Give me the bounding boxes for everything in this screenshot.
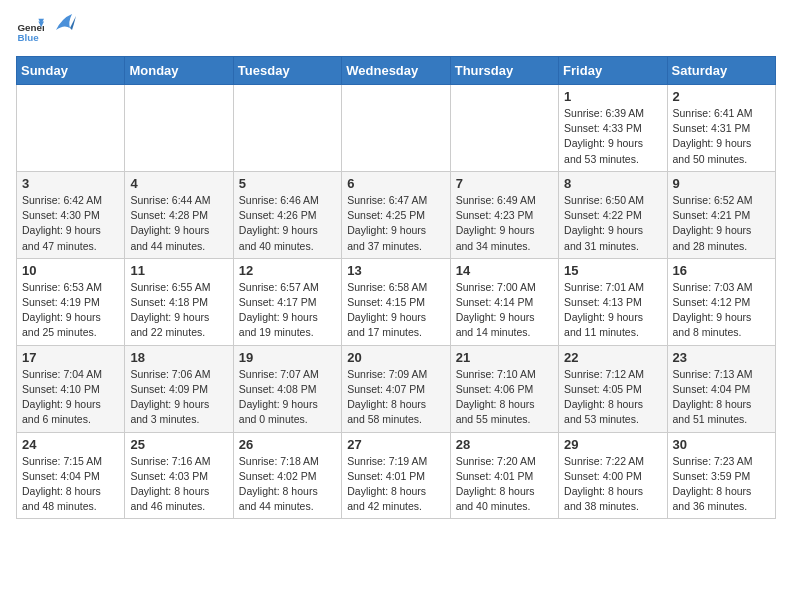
calendar-cell: 7Sunrise: 6:49 AMSunset: 4:23 PMDaylight… [450, 171, 558, 258]
day-info-line: Daylight: 8 hours [673, 398, 752, 410]
day-info-line: and 38 minutes. [564, 500, 639, 512]
day-info-line: Sunset: 4:05 PM [564, 383, 642, 395]
day-info: Sunrise: 6:49 AMSunset: 4:23 PMDaylight:… [456, 193, 553, 254]
day-info-line: Daylight: 8 hours [347, 398, 426, 410]
calendar-cell: 30Sunrise: 7:23 AMSunset: 3:59 PMDayligh… [667, 432, 775, 519]
day-info-line: Daylight: 9 hours [673, 311, 752, 323]
day-info: Sunrise: 7:04 AMSunset: 4:10 PMDaylight:… [22, 367, 119, 428]
day-info: Sunrise: 6:41 AMSunset: 4:31 PMDaylight:… [673, 106, 770, 167]
day-info-line: Sunrise: 7:15 AM [22, 455, 102, 467]
day-info-line: Daylight: 9 hours [239, 224, 318, 236]
day-number: 15 [564, 263, 661, 278]
day-info-line: Daylight: 8 hours [456, 485, 535, 497]
day-number: 10 [22, 263, 119, 278]
day-number: 22 [564, 350, 661, 365]
day-info-line: Daylight: 9 hours [22, 398, 101, 410]
day-info-line: Sunset: 4:22 PM [564, 209, 642, 221]
calendar-week-row: 17Sunrise: 7:04 AMSunset: 4:10 PMDayligh… [17, 345, 776, 432]
day-info-line: Sunrise: 7:12 AM [564, 368, 644, 380]
day-info: Sunrise: 6:50 AMSunset: 4:22 PMDaylight:… [564, 193, 661, 254]
day-info: Sunrise: 7:12 AMSunset: 4:05 PMDaylight:… [564, 367, 661, 428]
day-info-line: Sunset: 4:07 PM [347, 383, 425, 395]
day-number: 24 [22, 437, 119, 452]
day-number: 14 [456, 263, 553, 278]
day-info-line: Daylight: 9 hours [456, 224, 535, 236]
day-info-line: and 6 minutes. [22, 413, 91, 425]
day-info: Sunrise: 7:03 AMSunset: 4:12 PMDaylight:… [673, 280, 770, 341]
day-info-line: and 58 minutes. [347, 413, 422, 425]
day-info: Sunrise: 7:22 AMSunset: 4:00 PMDaylight:… [564, 454, 661, 515]
day-info-line: Sunset: 4:17 PM [239, 296, 317, 308]
weekday-header-wednesday: Wednesday [342, 57, 450, 85]
calendar-cell: 21Sunrise: 7:10 AMSunset: 4:06 PMDayligh… [450, 345, 558, 432]
weekday-header-friday: Friday [559, 57, 667, 85]
calendar-cell: 16Sunrise: 7:03 AMSunset: 4:12 PMDayligh… [667, 258, 775, 345]
day-info-line: Sunset: 4:09 PM [130, 383, 208, 395]
day-info-line: Sunrise: 6:58 AM [347, 281, 427, 293]
day-info-line: Sunrise: 7:01 AM [564, 281, 644, 293]
day-info-line: Sunset: 4:08 PM [239, 383, 317, 395]
day-info: Sunrise: 6:46 AMSunset: 4:26 PMDaylight:… [239, 193, 336, 254]
day-info-line: and 37 minutes. [347, 240, 422, 252]
day-info-line: Sunrise: 7:18 AM [239, 455, 319, 467]
day-info-line: and 22 minutes. [130, 326, 205, 338]
day-info-line: Sunrise: 6:57 AM [239, 281, 319, 293]
weekday-header-sunday: Sunday [17, 57, 125, 85]
day-info-line: and 8 minutes. [673, 326, 742, 338]
day-info: Sunrise: 6:42 AMSunset: 4:30 PMDaylight:… [22, 193, 119, 254]
day-info-line: Sunrise: 6:47 AM [347, 194, 427, 206]
day-info: Sunrise: 7:06 AMSunset: 4:09 PMDaylight:… [130, 367, 227, 428]
day-number: 30 [673, 437, 770, 452]
day-info-line: Sunrise: 7:13 AM [673, 368, 753, 380]
day-info: Sunrise: 7:07 AMSunset: 4:08 PMDaylight:… [239, 367, 336, 428]
day-info-line: and 3 minutes. [130, 413, 199, 425]
day-info-line: Sunset: 4:31 PM [673, 122, 751, 134]
day-info-line: Sunset: 3:59 PM [673, 470, 751, 482]
day-info-line: Sunset: 4:04 PM [673, 383, 751, 395]
day-number: 25 [130, 437, 227, 452]
day-info-line: and 48 minutes. [22, 500, 97, 512]
day-info-line: Sunrise: 7:09 AM [347, 368, 427, 380]
calendar-header-row: SundayMondayTuesdayWednesdayThursdayFrid… [17, 57, 776, 85]
day-info-line: and 31 minutes. [564, 240, 639, 252]
day-info: Sunrise: 7:00 AMSunset: 4:14 PMDaylight:… [456, 280, 553, 341]
calendar-cell: 6Sunrise: 6:47 AMSunset: 4:25 PMDaylight… [342, 171, 450, 258]
day-info-line: Sunset: 4:12 PM [673, 296, 751, 308]
logo: General Blue [16, 16, 76, 44]
day-info-line: Sunset: 4:18 PM [130, 296, 208, 308]
day-info: Sunrise: 6:44 AMSunset: 4:28 PMDaylight:… [130, 193, 227, 254]
day-info-line: Sunrise: 7:20 AM [456, 455, 536, 467]
day-number: 21 [456, 350, 553, 365]
day-number: 2 [673, 89, 770, 104]
day-info-line: Daylight: 9 hours [564, 311, 643, 323]
day-info-line: Sunset: 4:23 PM [456, 209, 534, 221]
calendar-cell: 25Sunrise: 7:16 AMSunset: 4:03 PMDayligh… [125, 432, 233, 519]
calendar-cell: 26Sunrise: 7:18 AMSunset: 4:02 PMDayligh… [233, 432, 341, 519]
calendar-week-row: 3Sunrise: 6:42 AMSunset: 4:30 PMDaylight… [17, 171, 776, 258]
day-info-line: Sunset: 4:21 PM [673, 209, 751, 221]
calendar-cell [450, 85, 558, 172]
day-info: Sunrise: 7:19 AMSunset: 4:01 PMDaylight:… [347, 454, 444, 515]
calendar-cell: 29Sunrise: 7:22 AMSunset: 4:00 PMDayligh… [559, 432, 667, 519]
day-number: 18 [130, 350, 227, 365]
calendar-cell: 1Sunrise: 6:39 AMSunset: 4:33 PMDaylight… [559, 85, 667, 172]
day-info-line: Sunset: 4:04 PM [22, 470, 100, 482]
day-info: Sunrise: 7:09 AMSunset: 4:07 PMDaylight:… [347, 367, 444, 428]
day-number: 28 [456, 437, 553, 452]
day-info: Sunrise: 6:53 AMSunset: 4:19 PMDaylight:… [22, 280, 119, 341]
weekday-header-monday: Monday [125, 57, 233, 85]
day-info: Sunrise: 6:57 AMSunset: 4:17 PMDaylight:… [239, 280, 336, 341]
day-number: 12 [239, 263, 336, 278]
day-info-line: and 47 minutes. [22, 240, 97, 252]
day-info-line: and 51 minutes. [673, 413, 748, 425]
day-info-line: and 50 minutes. [673, 153, 748, 165]
day-info-line: Daylight: 9 hours [130, 311, 209, 323]
day-info-line: and 28 minutes. [673, 240, 748, 252]
day-info-line: Daylight: 9 hours [347, 311, 426, 323]
day-info: Sunrise: 7:10 AMSunset: 4:06 PMDaylight:… [456, 367, 553, 428]
day-number: 4 [130, 176, 227, 191]
day-info-line: Sunrise: 7:10 AM [456, 368, 536, 380]
day-info-line: Daylight: 9 hours [130, 398, 209, 410]
day-info-line: Sunset: 4:03 PM [130, 470, 208, 482]
calendar-cell: 12Sunrise: 6:57 AMSunset: 4:17 PMDayligh… [233, 258, 341, 345]
